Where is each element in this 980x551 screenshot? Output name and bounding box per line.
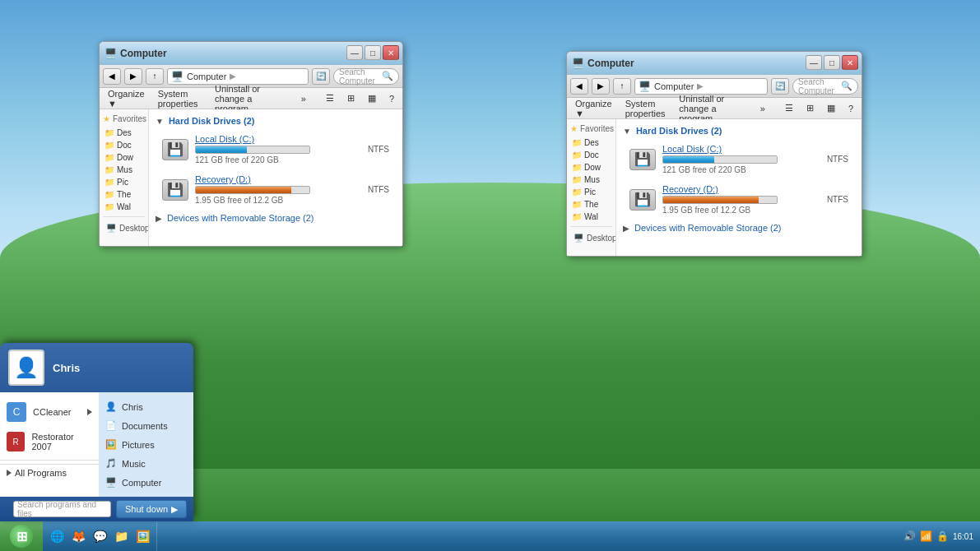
sidebar-des-2[interactable]: 📁 Des — [570, 137, 612, 149]
search-icon-1: 🔍 — [382, 71, 393, 81]
more-btn-2[interactable]: » — [757, 102, 769, 115]
help-btn-1[interactable]: ? — [386, 92, 397, 105]
minimize-btn-2[interactable]: — — [806, 55, 822, 70]
hdd-section-2[interactable]: ▼ Hard Disk Drives (2) — [623, 126, 855, 136]
refresh-btn-2[interactable]: 🔄 — [771, 78, 789, 95]
system-properties-btn-2[interactable]: System properties — [622, 97, 670, 120]
explorer-window-1: 🖥️ Computer — □ ✕ ◀ ▶ ↑ 🖥️ Computer ▶ 🔄 … — [99, 41, 403, 247]
address-text-2: Computer — [654, 81, 694, 91]
right-icon-pictures: 🖼️ — [105, 439, 117, 450]
details-btn-2[interactable]: ⊞ — [803, 101, 817, 115]
forward-btn-2[interactable]: ▶ — [592, 78, 610, 95]
shutdown-button[interactable]: Shut down ▶ — [116, 500, 187, 518]
titlebar-2[interactable]: 🖥️ Computer — □ ✕ — [567, 52, 862, 75]
sidebar-mus-2[interactable]: 📁 Mus — [570, 174, 612, 186]
disk-c-1[interactable]: 💾 Local Disk (C:) 121 GB free of 220 GB … — [156, 131, 396, 168]
sidebar-the-1[interactable]: 📁 The — [103, 188, 145, 201]
maximize-btn-1[interactable]: □ — [365, 45, 381, 60]
favorites-header-1: ★ Favorites — [103, 114, 145, 123]
sidebar-wal-1[interactable]: 📁 Wal — [103, 201, 145, 213]
search-placeholder-1: Search Computer — [339, 67, 379, 86]
hdd-section-1[interactable]: ▼ Hard Disk Drives (2) — [156, 116, 396, 126]
address-icon-2: 🖥️ — [639, 81, 651, 92]
right-item-music[interactable]: 🎵 Music — [99, 454, 193, 473]
search-box-1[interactable]: Search Computer 🔍 — [333, 68, 399, 85]
restorator-label: Restorator 2007 — [31, 432, 92, 451]
organize-btn-1[interactable]: Organize ▼ — [105, 87, 148, 110]
devices-section-2[interactable]: ▶ Devices with Removable Storage (2) — [623, 223, 855, 233]
tray-network-icon[interactable]: 📶 — [920, 530, 933, 543]
sidebar-pic-1[interactable]: 📁 Pic — [103, 176, 145, 188]
sidebar-desktop-1[interactable]: 🖥️ Desktop — [103, 220, 145, 236]
sidebar-desktop-2[interactable]: 🖥️ Desktop — [570, 230, 612, 246]
minimize-btn-1[interactable]: — — [346, 45, 363, 60]
up-btn-1[interactable]: ↑ — [146, 68, 164, 85]
help-btn-2[interactable]: ? — [845, 102, 857, 115]
sidebar-dow-2[interactable]: 📁 Dow — [570, 161, 612, 174]
all-programs-btn[interactable]: All Programs — [0, 464, 99, 481]
sidebar-pic-2[interactable]: 📁 Pic — [570, 186, 612, 198]
forward-btn-1[interactable]: ▶ — [124, 68, 142, 85]
view-btn-2[interactable]: ☰ — [782, 101, 797, 115]
search-programs-input[interactable]: Search programs and files — [13, 501, 111, 517]
preview-btn-2[interactable]: ▦ — [824, 101, 838, 115]
refresh-btn-1[interactable]: 🔄 — [312, 68, 330, 85]
disk-d-1[interactable]: 💾 Recovery (D:) 1.95 GB free of 12.2 GB … — [156, 171, 396, 208]
close-btn-1[interactable]: ✕ — [383, 45, 399, 60]
right-item-chris[interactable]: 👤 Chris — [99, 397, 193, 416]
more-btn-1[interactable]: » — [298, 92, 309, 105]
back-btn-2[interactable]: ◀ — [570, 78, 588, 95]
disk-c-info-1: Local Disk (C:) 121 GB free of 220 GB — [195, 134, 350, 164]
start-item-restorator[interactable]: R Restorator 2007 — [0, 427, 99, 456]
system-properties-btn-1[interactable]: System properties — [155, 87, 205, 110]
back-btn-1[interactable]: ◀ — [103, 68, 121, 85]
quick-launch-bar: 🌐 🦊 💬 📁 🖼️ — [43, 521, 157, 551]
taskbar-ie-icon[interactable]: 🌐 — [48, 527, 66, 545]
search-box-2[interactable]: Search Computer 🔍 — [792, 78, 858, 95]
tray-security-icon[interactable]: 🔒 — [936, 530, 950, 543]
preview-btn-1[interactable]: ▦ — [365, 91, 379, 105]
titlebar-1[interactable]: 🖥️ Computer — □ ✕ — [100, 42, 402, 65]
disk-d-2[interactable]: 💾 Recovery (D:) 1.95 GB free of 12.2 GB … — [623, 181, 855, 218]
up-btn-2[interactable]: ↑ — [613, 78, 631, 95]
sidebar-1: ★ Favorites 📁 Des 📁 Doc 📁 Dow 📁 Mu — [100, 109, 149, 246]
disk-c-fill-2 — [663, 156, 714, 163]
sidebar-doc-2[interactable]: 📁 Doc — [570, 149, 612, 161]
taskbar-firefox-icon[interactable]: 🦊 — [69, 527, 87, 545]
maximize-btn-2[interactable]: □ — [824, 55, 840, 70]
sidebar-wal-2[interactable]: 📁 Wal — [570, 211, 612, 223]
disk-c-2[interactable]: 💾 Local Disk (C:) 121 GB free of 220 GB … — [623, 141, 855, 178]
right-item-pictures[interactable]: 🖼️ Pictures — [99, 435, 193, 454]
start-item-ccleaner[interactable]: C CCleaner — [0, 397, 99, 427]
disk-c-size-1: 121 GB free of 220 GB — [195, 155, 350, 164]
devices-section-1[interactable]: ▶ Devices with Removable Storage (2) — [156, 213, 396, 223]
close-btn-2[interactable]: ✕ — [842, 55, 858, 70]
sidebar-mus-1[interactable]: 📁 Mus — [103, 164, 145, 176]
disk-d-icon-1: 💾 — [162, 179, 188, 201]
taskbar-image-icon[interactable]: 🖼️ — [133, 527, 151, 545]
taskbar: ⊞ 🌐 🦊 💬 📁 🖼️ 🔊 📶 🔒 16:01 — [0, 521, 980, 551]
sidebar-dow-1[interactable]: 📁 Dow — [103, 151, 145, 164]
window-content-1: ★ Favorites 📁 Des 📁 Doc 📁 Dow 📁 Mu — [100, 109, 402, 246]
sidebar-divider-2 — [570, 226, 612, 227]
disk-d-info-2: Recovery (D:) 1.95 GB free of 12.2 GB — [662, 184, 809, 215]
search-placeholder-2: Search Computer — [798, 77, 838, 95]
right-item-computer[interactable]: 🖥️ Computer — [99, 473, 193, 492]
organize-btn-2[interactable]: Organize ▼ — [572, 97, 615, 120]
sidebar-des-1[interactable]: 📁 Des — [103, 127, 145, 139]
taskbar-chat-icon[interactable]: 💬 — [91, 527, 109, 545]
folder-icon-doc-1: 📁 — [105, 141, 114, 150]
favorites-label-1: Favorites — [113, 114, 146, 123]
disk-d-name-2: Recovery (D:) — [662, 184, 809, 194]
view-btn-1[interactable]: ☰ — [323, 91, 337, 105]
tray-volume-icon[interactable]: 🔊 — [903, 530, 917, 543]
sidebar-doc-1[interactable]: 📁 Doc — [103, 139, 145, 151]
sidebar-the-2[interactable]: 📁 The — [570, 198, 612, 211]
shutdown-arrow-icon: ▶ — [171, 504, 178, 515]
disk-d-fs-1: NTFS — [356, 185, 389, 194]
favorites-header-2: ★ Favorites — [570, 124, 612, 133]
details-btn-1[interactable]: ⊞ — [344, 91, 358, 105]
start-button[interactable]: ⊞ — [0, 521, 43, 551]
taskbar-folder-icon[interactable]: 📁 — [112, 527, 130, 545]
right-item-documents[interactable]: 📄 Documents — [99, 416, 193, 435]
